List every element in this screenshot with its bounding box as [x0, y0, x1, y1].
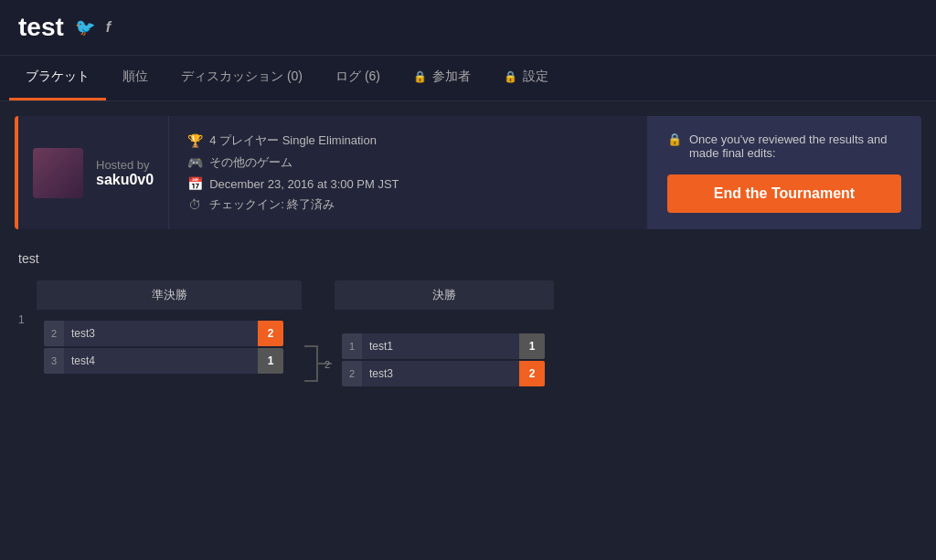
tab-bracket[interactable]: ブラケット — [9, 56, 106, 100]
score-1-loser: 1 — [258, 348, 283, 374]
end-tournament-section: 🔒 Once you've reviewed the results and m… — [647, 116, 921, 229]
lock-icon-end: 🔒 — [667, 132, 682, 146]
seed-2-final: 2 — [342, 361, 362, 386]
score-2-winner: 2 — [258, 321, 283, 346]
avatar — [33, 148, 83, 198]
nav-tabs: ブラケット 順位 ディスカッション (0) ログ (6) 🔒 参加者 🔒 設定 — [0, 56, 936, 101]
gamepad-icon: 🎮 — [187, 155, 202, 170]
tab-discussion[interactable]: ディスカッション (0) — [165, 56, 319, 100]
host-info: Hosted by saku0v0 — [96, 158, 154, 188]
round-semifinal: 準決勝 2 test3 2 3 test4 1 — [37, 280, 302, 385]
player-test3-semi: test3 — [64, 321, 258, 346]
detail-date: 📅 December 23, 2016 at 3:00 PM JST — [187, 176, 629, 191]
end-tournament-button[interactable]: End the Tournament — [667, 174, 901, 213]
calendar-icon: 📅 — [187, 176, 202, 191]
semifinal-body: 2 test3 2 3 test4 1 — [37, 310, 302, 385]
end-message: 🔒 Once you've reviewed the results and m… — [667, 132, 901, 160]
final-match-1: 1 test1 1 2 test3 2 — [342, 333, 547, 386]
seed-2: 2 — [44, 321, 64, 346]
player-test4-semi: test4 — [64, 348, 258, 374]
player-test1-final: test1 — [362, 333, 519, 359]
lock-icon-participants: 🔒 — [413, 70, 427, 83]
detail-game: 🎮 その他のゲーム — [187, 154, 629, 171]
round-number-1: 1 — [18, 313, 31, 326]
round-final: 決勝 1 test1 1 2 test3 2 — [335, 280, 554, 397]
trophy-icon: 🏆 — [187, 133, 202, 148]
tab-log[interactable]: ログ (6) — [319, 56, 397, 100]
tab-settings[interactable]: 🔒 設定 — [487, 56, 565, 100]
facebook-icon[interactable]: f — [106, 19, 111, 36]
twitter-icon[interactable]: 🐦 — [75, 17, 95, 37]
tab-ranking[interactable]: 順位 — [106, 56, 165, 100]
bracket-title: test — [18, 251, 918, 266]
lock-icon-settings: 🔒 — [504, 70, 517, 83]
round-header-semifinal: 準決勝 — [37, 280, 302, 310]
tab-participants[interactable]: 🔒 参加者 — [397, 56, 487, 100]
host-name: saku0v0 — [96, 172, 154, 188]
round-header-final: 決勝 — [335, 280, 554, 310]
final-body: 1 test1 1 2 test3 2 — [335, 310, 554, 397]
final-player-2[interactable]: 2 test3 2 — [342, 361, 545, 386]
detail-players: 🏆 4 プレイヤー Single Elimination — [187, 132, 629, 149]
app-title: test — [18, 13, 64, 42]
bracket-container: 1 準決勝 2 test3 2 3 test4 1 — [18, 280, 918, 397]
host-section: Hosted by saku0v0 — [18, 116, 168, 229]
final-player-1[interactable]: 1 test1 1 — [342, 333, 545, 359]
player-test3-final: test3 — [362, 361, 519, 386]
bracket-connector: 2 — [302, 333, 335, 370]
semifinal-player-1[interactable]: 2 test3 2 — [44, 321, 283, 346]
app-header: test 🐦 f — [0, 0, 936, 56]
semifinal-player-2[interactable]: 3 test4 1 — [44, 348, 283, 374]
tournament-details: 🏆 4 プレイヤー Single Elimination 🎮 その他のゲーム 📅… — [168, 116, 647, 229]
final-match-box: 1 test1 1 2 test3 2 — [342, 333, 545, 386]
seed-1-final: 1 — [342, 333, 362, 359]
semifinal-match-1: 2 test3 2 3 test4 1 — [44, 321, 294, 374]
detail-checkin: ⏱ チェックイン: 終了済み — [187, 196, 629, 213]
score-1-final-loser: 1 — [519, 333, 545, 359]
hosted-by-label: Hosted by — [96, 158, 154, 172]
seed-3: 3 — [44, 348, 64, 374]
semifinal-match-box: 2 test3 2 3 test4 1 — [44, 321, 283, 374]
info-banner: Hosted by saku0v0 🏆 4 プレイヤー Single Elimi… — [15, 116, 921, 229]
clock-icon: ⏱ — [187, 197, 202, 212]
score-2-final-winner: 2 — [519, 361, 545, 386]
bracket-section: test 1 準決勝 2 test3 2 3 test4 — [0, 244, 936, 416]
